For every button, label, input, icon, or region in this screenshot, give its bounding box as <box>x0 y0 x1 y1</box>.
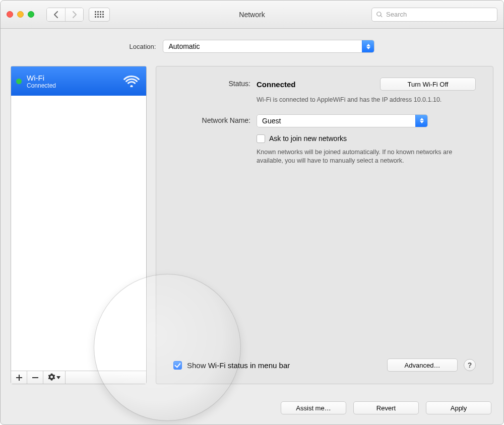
gear-icon <box>48 373 55 382</box>
location-popup[interactable]: Automatic <box>163 40 374 53</box>
detail-pane: Status: Connected Turn Wi-Fi Off Wi-Fi i… <box>156 66 493 384</box>
forward-button[interactable] <box>65 8 83 21</box>
close-window-icon[interactable] <box>7 11 13 18</box>
network-name-row: Network Name: Guest Ask to join new netw… <box>173 114 476 165</box>
status-value: Connected <box>257 80 296 89</box>
ask-join-row: Ask to join new networks <box>257 134 476 143</box>
service-name: Wi-Fi <box>27 74 56 82</box>
service-list[interactable]: Wi-Fi Connected <box>11 66 146 371</box>
minimize-window-icon[interactable] <box>17 11 24 18</box>
network-name-label: Network Name: <box>173 114 257 124</box>
ask-join-label: Ask to join new networks <box>269 134 347 143</box>
plus-icon <box>16 375 22 381</box>
status-label: Status: <box>173 78 257 88</box>
search-icon <box>376 11 383 18</box>
service-list-pane: Wi-Fi Connected <box>11 66 147 384</box>
show-status-row: Show Wi-Fi status in menu bar Advanced… … <box>156 359 493 372</box>
remove-service-button[interactable] <box>27 371 43 384</box>
service-list-toolbar <box>11 371 146 384</box>
revert-button[interactable]: Revert <box>353 401 419 414</box>
window-controls <box>7 11 34 18</box>
status-description: Wi-Fi is connected to AppleWiFi and has … <box>257 96 468 104</box>
titlebar: Network Search <box>1 1 503 29</box>
location-value: Automatic <box>168 42 200 50</box>
add-service-button[interactable] <box>11 371 27 384</box>
network-name-popup[interactable]: Guest <box>257 114 428 127</box>
apply-button[interactable]: Apply <box>426 401 491 414</box>
show-status-checkbox[interactable] <box>173 361 182 370</box>
show-all-prefs-button[interactable] <box>89 8 110 22</box>
chevron-down-icon <box>56 376 60 379</box>
minus-icon <box>32 375 38 381</box>
service-action-menu[interactable] <box>43 371 66 384</box>
ask-join-description: Known networks will be joined automatica… <box>257 148 468 165</box>
grid-icon <box>95 11 104 18</box>
service-status: Connected <box>27 82 56 89</box>
location-row: Location: Automatic <box>1 29 503 60</box>
nav-back-forward <box>46 8 84 22</box>
help-button[interactable]: ? <box>464 359 476 371</box>
ask-join-checkbox[interactable] <box>257 134 265 143</box>
chevron-updown-icon <box>415 115 427 127</box>
advanced-button[interactable]: Advanced… <box>387 359 458 372</box>
chevron-updown-icon <box>362 40 374 52</box>
wifi-icon <box>123 74 140 89</box>
network-prefs-window: Network Search Location: Automatic Wi-Fi <box>0 0 504 425</box>
status-dot-icon <box>16 79 22 84</box>
body: Wi-Fi Connected <box>11 66 493 384</box>
service-text: Wi-Fi Connected <box>27 74 56 89</box>
back-button[interactable] <box>47 8 65 21</box>
turn-wifi-off-button[interactable]: Turn Wi-Fi Off <box>380 78 476 91</box>
help-icon: ? <box>468 361 472 369</box>
search-input[interactable]: Search <box>371 8 497 22</box>
location-label: Location: <box>130 43 156 50</box>
zoom-window-icon[interactable] <box>28 11 34 18</box>
network-name-value: Guest <box>262 117 281 125</box>
search-placeholder: Search <box>386 11 407 18</box>
show-status-label: Show Wi-Fi status in menu bar <box>187 361 290 370</box>
status-row: Status: Connected Turn Wi-Fi Off Wi-Fi i… <box>173 78 476 104</box>
assist-me-button[interactable]: Assist me… <box>281 401 346 414</box>
service-item-wifi[interactable]: Wi-Fi Connected <box>11 66 146 96</box>
footer-buttons: Assist me… Revert Apply <box>281 401 491 414</box>
